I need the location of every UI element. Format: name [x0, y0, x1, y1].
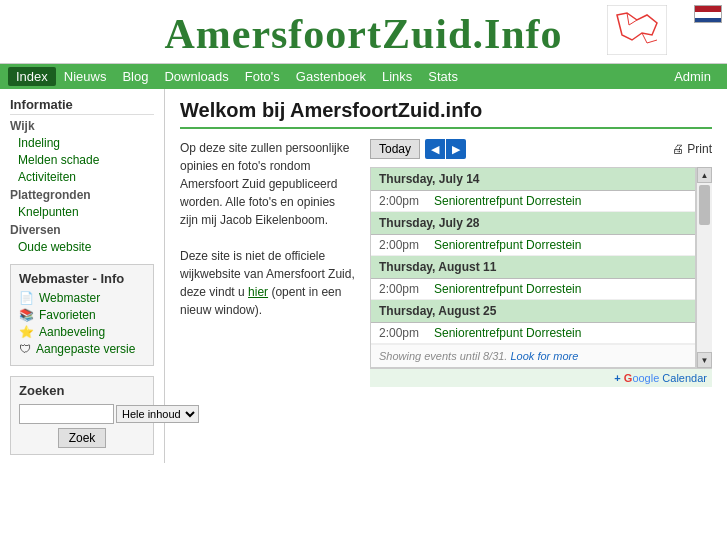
main-layout: Informatie Wijk Indeling Melden schade A…: [0, 89, 727, 463]
cal-day-header: Thursday, August 11: [371, 256, 695, 279]
search-input-row: Hele inhoud: [19, 404, 145, 424]
cal-day-header: Thursday, August 25: [371, 300, 695, 323]
svg-rect-0: [607, 5, 667, 55]
nav-fotos[interactable]: Foto's: [237, 67, 288, 86]
main-heading: Welkom bij AmersfoortZuid.info: [180, 99, 712, 129]
map-icon: [607, 5, 667, 55]
cal-event-link[interactable]: Seniorentrefpunt Dorrestein: [434, 282, 581, 296]
scroll-up-button[interactable]: ▲: [697, 167, 712, 183]
intro-para-1: Op deze site zullen persoonlijke opinies…: [180, 139, 355, 229]
cal-event-time: 2:00pm: [379, 194, 434, 208]
sidebar-oudewebsite-link[interactable]: Oude website: [18, 240, 91, 254]
webmaster-item: ⭐ Aanbeveling: [19, 325, 145, 339]
aangepaste-link[interactable]: Aangepaste versie: [36, 342, 135, 356]
webmaster-link[interactable]: Webmaster: [39, 291, 100, 305]
webmaster-item: 📚 Favorieten: [19, 308, 145, 322]
aanbeveling-link[interactable]: Aanbeveling: [39, 325, 105, 339]
star-icon: ⭐: [19, 325, 34, 339]
sidebar-informatie-title: Informatie: [10, 97, 154, 115]
nav-nieuws[interactable]: Nieuws: [56, 67, 115, 86]
sidebar-knelpunten-link[interactable]: Knelpunten: [18, 205, 79, 219]
calendar-events-wrapper: Thursday, July 14 2:00pm Seniorentrefpun…: [370, 167, 712, 368]
nav-downloads[interactable]: Downloads: [156, 67, 236, 86]
cal-event-link[interactable]: Seniorentrefpunt Dorrestein: [434, 194, 581, 208]
cal-event-row: 2:00pm Seniorentrefpunt Dorrestein: [371, 235, 695, 256]
flag-icon: [694, 5, 722, 23]
print-label: Print: [687, 142, 712, 156]
search-input[interactable]: [19, 404, 114, 424]
printer-icon: 🖨: [672, 142, 684, 156]
scroll-track: [697, 183, 712, 352]
google-calendar-bar: + Google Calendar: [370, 368, 712, 387]
google-calendar-link[interactable]: + Google Calendar: [614, 372, 707, 384]
cal-event-row: 2:00pm Seniorentrefpunt Dorrestein: [371, 279, 695, 300]
hier-link[interactable]: hier: [248, 285, 268, 299]
calendar-toolbar: Today ◀ ▶ 🖨 Print: [370, 139, 712, 159]
sidebar-melden-link[interactable]: Melden schade: [18, 153, 99, 167]
google-cal-text: Calendar: [662, 372, 707, 384]
calendar-scrollbar: ▲ ▼: [696, 167, 712, 368]
cal-event-link[interactable]: Seniorentrefpunt Dorrestein: [434, 238, 581, 252]
cal-event-link[interactable]: Seniorentrefpunt Dorrestein: [434, 326, 581, 340]
cal-event-title: Seniorentrefpunt Dorrestein: [434, 282, 581, 296]
sidebar-webmaster-box: Webmaster - Info 📄 Webmaster 📚 Favoriete…: [10, 264, 154, 366]
nav-admin[interactable]: Admin: [666, 67, 719, 86]
site-title: AmersfoortZuid.Info: [164, 10, 562, 58]
cal-event-row: 2:00pm Seniorentrefpunt Dorrestein: [371, 191, 695, 212]
main-content: Welkom bij AmersfoortZuid.info Op deze s…: [165, 89, 727, 463]
calendar-area: Today ◀ ▶ 🖨 Print Thursday, July 14: [370, 139, 712, 387]
cal-event-row: 2:00pm Seniorentrefpunt Dorrestein: [371, 323, 695, 344]
sidebar-diversen-list: Oude website: [10, 239, 154, 254]
sidebar-wijk-label: Wijk: [10, 119, 154, 133]
search-button[interactable]: Zoek: [58, 428, 107, 448]
scroll-thumb[interactable]: [699, 185, 710, 225]
nav-links[interactable]: Links: [374, 67, 420, 86]
list-item: Knelpunten: [18, 204, 154, 219]
shield-icon: 🛡: [19, 342, 31, 356]
cal-event-time: 2:00pm: [379, 282, 434, 296]
cal-day-header: Thursday, July 28: [371, 212, 695, 235]
nav-index[interactable]: Index: [8, 67, 56, 86]
webmaster-item: 🛡 Aangepaste versie: [19, 342, 145, 356]
nav-stats[interactable]: Stats: [420, 67, 466, 86]
book-icon: 📚: [19, 308, 34, 322]
print-button[interactable]: 🖨 Print: [672, 142, 712, 156]
cal-event-title: Seniorentrefpunt Dorrestein: [434, 238, 581, 252]
page-header: AmersfoortZuid.Info: [0, 0, 727, 64]
document-icon: 📄: [19, 291, 34, 305]
look-for-more-link[interactable]: Look for more: [510, 350, 578, 362]
sidebar-webmaster-title: Webmaster - Info: [19, 271, 145, 286]
sidebar-indeling-link[interactable]: Indeling: [18, 136, 60, 150]
list-item: Oude website: [18, 239, 154, 254]
google-plus-icon: +: [614, 372, 620, 384]
today-button[interactable]: Today: [370, 139, 420, 159]
cal-event-title: Seniorentrefpunt Dorrestein: [434, 194, 581, 208]
cal-event-time: 2:00pm: [379, 326, 434, 340]
calendar-footer: Showing events until 8/31. Look for more: [371, 344, 695, 367]
list-item: Activiteiten: [18, 169, 154, 184]
sidebar-wijk-list: Indeling Melden schade Activiteiten: [10, 135, 154, 184]
webmaster-item: 📄 Webmaster: [19, 291, 145, 305]
sidebar-informatie: Informatie Wijk Indeling Melden schade A…: [10, 97, 154, 254]
calendar-next-button[interactable]: ▶: [446, 139, 466, 159]
sidebar-diversen-label: Diversen: [10, 223, 154, 237]
list-item: Indeling: [18, 135, 154, 150]
calendar-prev-button[interactable]: ◀: [425, 139, 445, 159]
main-nav: Index Nieuws Blog Downloads Foto's Gaste…: [0, 64, 727, 89]
cal-footer-text: Showing events until 8/31.: [379, 350, 510, 362]
sidebar-plattegronden-label: Plattegronden: [10, 188, 154, 202]
favorieten-link[interactable]: Favorieten: [39, 308, 96, 322]
calendar-nav: ◀ ▶: [425, 139, 466, 159]
sidebar-plattegronden-list: Knelpunten: [10, 204, 154, 219]
nav-gastenboek[interactable]: Gastenboek: [288, 67, 374, 86]
intro-text: Op deze site zullen persoonlijke opinies…: [180, 139, 355, 387]
cal-event-title: Seniorentrefpunt Dorrestein: [434, 326, 581, 340]
sidebar-search-title: Zoeken: [19, 383, 145, 398]
intro-para-2: Deze site is niet de officiele wijkwebsi…: [180, 247, 355, 319]
content-layout: Op deze site zullen persoonlijke opinies…: [180, 139, 712, 387]
sidebar-search-box: Zoeken Hele inhoud Zoek: [10, 376, 154, 455]
nav-blog[interactable]: Blog: [114, 67, 156, 86]
cal-day-header: Thursday, July 14: [371, 168, 695, 191]
scroll-down-button[interactable]: ▼: [697, 352, 712, 368]
sidebar-activiteiten-link[interactable]: Activiteiten: [18, 170, 76, 184]
